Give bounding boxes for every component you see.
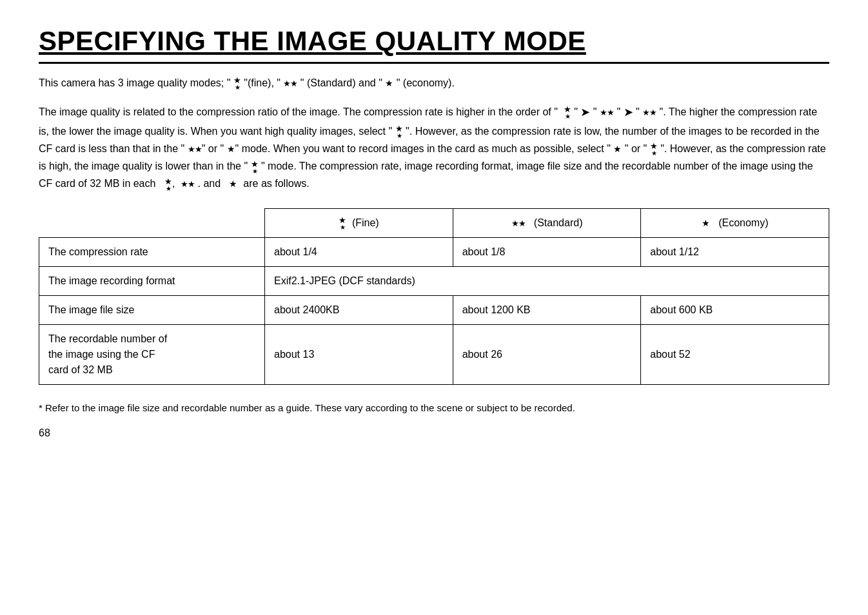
body-paragraph: The image quality is related to the comp… <box>39 102 829 192</box>
format-label: The image recording format <box>39 266 265 295</box>
compression-fine: about 1/4 <box>265 237 453 266</box>
table-row-compression: The compression rate about 1/4 about 1/8… <box>39 237 829 266</box>
quality-table: ★★ (Fine) ★★ (Standard) ★ (Economy) The … <box>39 208 829 385</box>
footnote: * Refer to the image file size and recor… <box>39 400 829 416</box>
star-std-icon-3: ★★ <box>642 106 656 120</box>
page-number: 68 <box>39 427 829 439</box>
filesize-economy: about 600 KB <box>641 295 829 324</box>
star-fine-icon-4: ★★ <box>650 142 658 157</box>
table-header-empty <box>39 208 265 237</box>
filesize-fine: about 2400KB <box>265 295 453 324</box>
recordable-label: The recordable number of the image using… <box>39 324 265 384</box>
star-eco-icon-3: ★ <box>613 142 622 157</box>
recordable-economy: about 52 <box>641 324 829 384</box>
economy-header-label: (Economy) <box>718 217 768 228</box>
recordable-label-line3: card of 32 MB <box>48 364 113 375</box>
star-std-icon-4: ★★ <box>188 142 202 157</box>
filesize-standard: about 1200 KB <box>453 295 641 324</box>
standard-header-label: (Standard) <box>534 217 583 228</box>
star-fine-icon-5: ★★ <box>251 160 259 175</box>
arrow-icon-1: ➤ <box>580 102 590 122</box>
recordable-fine: about 13 <box>265 324 453 384</box>
recordable-label-line1: The recordable number of <box>48 333 167 344</box>
page-title: SPECIFYING THE IMAGE QUALITY MODE <box>39 26 829 64</box>
star-economy-icon: ★ <box>385 77 393 90</box>
star-standard-icon: ★★ <box>283 77 297 90</box>
compression-standard: about 1/8 <box>453 237 641 266</box>
compression-economy: about 1/12 <box>641 237 829 266</box>
standard-header-icon: ★★ <box>511 217 526 230</box>
fine-header-label: (Fine) <box>352 217 379 228</box>
arrow-icon-2: ➤ <box>624 102 633 122</box>
intro-paragraph: This camera has 3 image quality modes; "… <box>39 75 829 91</box>
recordable-standard: about 26 <box>453 324 641 384</box>
fine-header-icon: ★★ <box>339 216 346 231</box>
format-value: Exif2.1-JPEG (DCF standards) <box>265 266 829 295</box>
star-fine-icon: ★★ <box>233 76 241 91</box>
table-header-fine: ★★ (Fine) <box>265 208 453 237</box>
economy-header-icon: ★ <box>702 217 710 230</box>
compression-label: The compression rate <box>39 237 265 266</box>
table-row-filesize: The image file size about 2400KB about 1… <box>39 295 829 324</box>
table-header-standard: ★★ (Standard) <box>453 208 641 237</box>
table-header-economy: ★ (Economy) <box>641 208 829 237</box>
recordable-label-line2: the image using the CF <box>48 349 155 360</box>
filesize-label: The image file size <box>39 295 265 324</box>
star-eco-icon-2: ★ <box>227 142 235 157</box>
table-row-recordable: The recordable number of the image using… <box>39 324 829 384</box>
star-fine-icon-3: ★★ <box>395 124 403 139</box>
table-row-format: The image recording format Exif2.1-JPEG … <box>39 266 829 295</box>
star-fine-icon-6: ★★ <box>164 177 172 192</box>
star-eco-icon-4: ★ <box>229 177 237 192</box>
star-std-icon-2: ★★ <box>600 106 614 120</box>
star-fine-icon-2: ★★ <box>564 105 571 120</box>
star-std-icon-5: ★★ <box>181 177 195 191</box>
